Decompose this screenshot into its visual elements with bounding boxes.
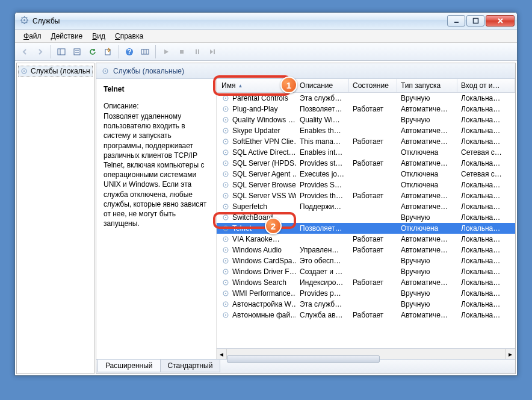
table-row[interactable]: SuperfetchПоддержи…Автоматиче…Локальна… <box>217 201 515 212</box>
svg-line-7 <box>26 22 27 22</box>
cell-logon-as: Локальна… <box>457 246 515 254</box>
cell-status: Работает <box>349 192 397 200</box>
cell-startup-type: Автоматиче… <box>397 137 457 146</box>
table-row[interactable]: SQL Server Agent …Executes jo…ОтключенаС… <box>217 169 515 180</box>
cell-description: Индексиро… <box>296 278 349 287</box>
cell-startup-type: Автоматиче… <box>397 105 457 113</box>
table-row[interactable]: WMI Performance…Provides p…ВручнуюЛокаль… <box>217 288 515 299</box>
back-button <box>17 45 32 59</box>
table-row[interactable]: Skype UpdaterEnables th…Автоматиче…Локал… <box>217 125 515 136</box>
cell-name: Superfetch <box>218 202 296 211</box>
menu-view[interactable]: Вид <box>87 31 110 42</box>
maximize-button[interactable] <box>466 15 484 27</box>
minimize-button[interactable] <box>447 15 465 27</box>
table-row[interactable]: SQL Active Direct…Enables int…ОтключенаС… <box>217 147 515 158</box>
toolbar: ? <box>15 43 517 61</box>
window-title: Службы <box>32 17 446 25</box>
table-row[interactable]: Автономные фай…Служба ав…РаботаетАвтомат… <box>217 310 515 320</box>
cell-description: Управлен… <box>296 246 349 254</box>
svg-point-64 <box>225 271 226 272</box>
cell-logon-as: Локальна… <box>457 94 515 102</box>
table-row[interactable]: Parental ControlsЭта служб…ВручнуюЛокаль… <box>217 93 515 104</box>
column-logon-as[interactable]: Вход от и… <box>457 79 515 92</box>
cell-description: Provides th… <box>296 192 349 200</box>
cell-startup-type: Вручную <box>397 300 457 308</box>
svg-point-48 <box>225 184 226 186</box>
cell-logon-as: Локальна… <box>457 105 515 113</box>
table-row[interactable]: TelnetПозволяет…ОтключенаЛокальна… <box>217 223 515 234</box>
table-row[interactable]: Автонастройка W…Эта служб…ВручнуюЛокальн… <box>217 299 515 310</box>
svg-point-34 <box>225 108 226 110</box>
menu-file[interactable]: Файл <box>19 31 46 42</box>
horizontal-scrollbar[interactable]: ◂ ▸ <box>217 348 515 359</box>
tab-standard[interactable]: Стандартный <box>160 360 221 372</box>
rows-container[interactable]: Parental ControlsЭта служб…ВручнуюЛокаль… <box>217 93 515 348</box>
table-row[interactable]: Windows SearchИндексиро…РаботаетАвтомати… <box>217 277 515 288</box>
separator <box>119 45 119 58</box>
close-button[interactable] <box>486 15 515 27</box>
table-row[interactable]: Quality Windows …Quality Wi…ВручнуюЛокал… <box>217 114 515 125</box>
table-row[interactable]: VIA Karaoke…РаботаетАвтоматиче…Локальна… <box>217 234 515 245</box>
scroll-thumb[interactable] <box>227 355 380 363</box>
cell-description: Executes jo… <box>296 170 349 178</box>
cell-name: WMI Performance… <box>218 289 296 298</box>
main-pane: Службы (локальные) Telnet Описание: Позв… <box>96 63 516 374</box>
start-service-button[interactable] <box>159 45 173 59</box>
refresh-button[interactable] <box>85 45 100 59</box>
sort-asc-icon: ▲ <box>238 83 243 89</box>
table-row[interactable]: SoftEther VPN Clie…This mana…РаботаетАвт… <box>217 136 515 147</box>
column-name[interactable]: Имя▲ <box>218 79 296 92</box>
show-hide-tree-button[interactable] <box>54 45 69 59</box>
table-row[interactable]: SQL Server BrowserProvides S…ОтключенаЛо… <box>217 180 515 190</box>
table-row[interactable]: Windows AudioУправлен…РаботаетАвтоматиче… <box>217 245 515 255</box>
column-description[interactable]: Описание <box>296 79 349 92</box>
cell-logon-as: Локальна… <box>457 257 515 265</box>
tree-pane[interactable]: Службы (локальн <box>16 63 94 374</box>
menu-action[interactable]: Действие <box>46 31 88 42</box>
cell-name: Windows Search <box>218 278 296 287</box>
separator <box>51 45 51 58</box>
cell-logon-as: Локальна… <box>457 278 515 287</box>
svg-point-40 <box>225 141 226 142</box>
table-row[interactable]: Windows CardSpa…Это обесп…ВручнуюЛокальн… <box>217 255 515 266</box>
cell-name: Windows CardSpa… <box>218 257 296 265</box>
properties-button[interactable] <box>70 45 84 59</box>
table-row[interactable]: SQL Server VSS Wr…Provides th…РаботаетАв… <box>217 190 515 201</box>
cell-startup-type: Отключена <box>397 148 457 157</box>
svg-point-68 <box>225 293 226 294</box>
detail-service-name: Telnet <box>104 85 209 93</box>
scroll-left-button[interactable]: ◂ <box>217 349 227 359</box>
menu-help[interactable]: Справка <box>110 31 148 42</box>
cell-startup-type: Вручную <box>397 289 457 298</box>
columns-button[interactable] <box>138 45 152 59</box>
column-startup-type[interactable]: Тип запуска <box>397 79 457 92</box>
cell-startup-type: Автоматиче… <box>397 278 457 287</box>
cell-logon-as: Локальна… <box>457 116 515 124</box>
cell-logon-as: Локальна… <box>457 127 515 135</box>
cell-startup-type: Вручную <box>397 213 457 222</box>
help-button[interactable]: ? <box>122 45 137 59</box>
cell-status: Работает <box>349 311 397 319</box>
cell-name: SQL Server (HPDS… <box>218 159 296 167</box>
tab-extended[interactable]: Расширенный <box>97 360 161 372</box>
cell-logon-as: Локальна… <box>457 159 515 167</box>
stop-service-button <box>175 45 189 59</box>
svg-text:?: ? <box>127 48 131 56</box>
column-status[interactable]: Состояние <box>349 79 397 92</box>
cell-startup-type: Отключена <box>397 181 457 189</box>
scroll-right-button[interactable]: ▸ <box>505 349 515 359</box>
export-button[interactable] <box>101 45 116 59</box>
table-row[interactable]: SwitchBoardВручнуюЛокальна… <box>217 212 515 223</box>
svg-point-30 <box>105 70 106 71</box>
svg-line-9 <box>26 17 27 17</box>
titlebar[interactable]: Службы <box>15 13 517 30</box>
table-row[interactable]: SQL Server (HPDS…Provides st…РаботаетАвт… <box>217 158 515 169</box>
table-row[interactable]: Windows Driver F…Создает и …ВручнуюЛокал… <box>217 266 515 277</box>
table-row[interactable]: Plug-and-PlayПозволяет…РаботаетАвтоматич… <box>217 104 515 114</box>
cell-description: Позволяет… <box>296 224 349 233</box>
column-headers: Имя▲ Описание Состояние Тип запуска Вход… <box>217 79 515 93</box>
cell-description: Это обесп… <box>296 257 349 265</box>
menubar: Файл Действие Вид Справка <box>15 30 517 43</box>
cell-name: Parental Controls <box>218 94 296 102</box>
tree-root-services[interactable]: Службы (локальн <box>18 66 93 77</box>
